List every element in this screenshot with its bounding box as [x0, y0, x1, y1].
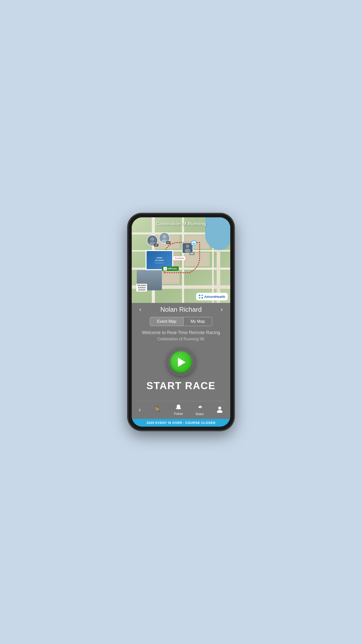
my-map-button[interactable]: My Map: [183, 317, 212, 326]
play-button-container: [136, 348, 226, 376]
prev-runner-button[interactable]: ‹: [136, 305, 145, 314]
osc-label: ORLANDOSCIENCECENTER: [136, 284, 147, 292]
virtual-badge: 3 VIRTUAL: [162, 266, 179, 271]
event-title: Celebration of Running: [132, 221, 230, 227]
profile-nav-item[interactable]: [216, 406, 223, 414]
start-race-button[interactable]: [167, 348, 195, 376]
svg-point-9: [194, 245, 194, 245]
share-icon: [196, 404, 203, 412]
next-runner-button[interactable]: ›: [217, 305, 226, 314]
svg-point-10: [218, 407, 221, 410]
race-name: Celebration of Running 5K: [136, 337, 226, 341]
runner-label-nr: NR: [189, 252, 195, 255]
svg-point-11: [217, 410, 222, 413]
share-label: Share: [196, 412, 204, 416]
profile-icon: [216, 406, 223, 414]
virtual-number: 3: [163, 267, 167, 270]
map-toggle: Event Map My Map: [136, 317, 226, 326]
follow-nav-item[interactable]: Follow: [174, 404, 183, 416]
play-button-inner: [170, 351, 192, 373]
svg-point-4: [163, 235, 166, 238]
runner-label-eh: EH: [166, 241, 170, 244]
follow-label: Follow: [174, 412, 183, 416]
race-marker-nr[interactable]: NR: [182, 243, 195, 255]
runner-marker-eh[interactable]: EH: [159, 232, 170, 244]
bottom-nav: ‹ 🏃 Follow: [136, 401, 226, 419]
sponsor-dots: [199, 294, 203, 299]
welcome-text: Welcome to Real-Time Remote Racing: [136, 330, 226, 335]
runner-icon: 🏃: [153, 407, 161, 413]
sponsor-logo: AdventHealth: [196, 293, 228, 300]
play-icon: [178, 358, 186, 367]
poster-subtitle: Presented by: [155, 262, 164, 264]
map-section: Celebration of Running ORLANDOSCIENCECEN…: [132, 217, 230, 303]
back-button[interactable]: ‹: [139, 406, 141, 413]
runner-icon-nav[interactable]: 🏃: [153, 407, 161, 413]
runner-label-kr: KR: [154, 244, 158, 247]
event-map-button[interactable]: Event Map: [150, 317, 183, 326]
runner-name: Nolan Richard: [160, 306, 202, 313]
svg-point-7: [186, 245, 189, 248]
panel-header: ‹ Nolan Richard ›: [136, 303, 226, 317]
status-bar: 2020 EVENT IS OVER - COURSE CLOSED: [132, 419, 230, 427]
signal-icon: [191, 240, 197, 246]
poster-title: celebrof runnin: [155, 257, 164, 261]
phone-screen: Celebration of Running ORLANDOSCIENCECEN…: [132, 217, 230, 427]
truck-banner: TruckSho: [173, 256, 185, 260]
svg-point-1: [151, 237, 154, 241]
phone-frame: Celebration of Running ORLANDOSCIENCECEN…: [128, 214, 234, 430]
start-race-label: START RACE: [136, 380, 226, 391]
runner-marker-kr[interactable]: KR: [147, 235, 158, 246]
bell-icon: [175, 404, 182, 412]
share-nav-item[interactable]: Share: [196, 404, 204, 416]
bottom-panel: ‹ Nolan Richard › Event Map My Map Welco…: [132, 303, 230, 419]
sponsor-name: AdventHealth: [204, 295, 225, 299]
